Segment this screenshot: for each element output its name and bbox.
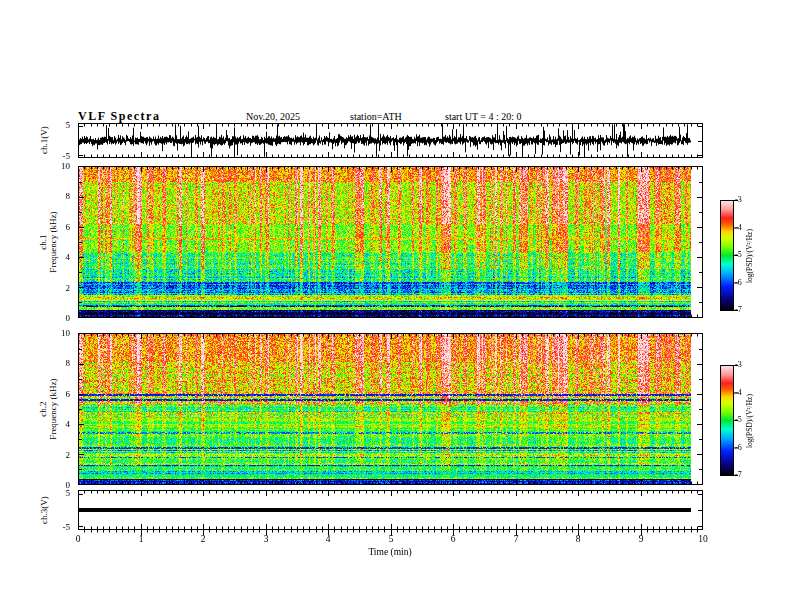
spec2-ytick: 4	[40, 419, 70, 429]
spec2-ytick: 6	[40, 389, 70, 399]
ch1-waveform-canvas	[78, 123, 703, 158]
vlf-spectra-page: { "title": { "main": "VLF Spectra", "dat…	[0, 0, 792, 612]
spec1-ytick: 8	[40, 191, 70, 201]
x-axis-title: Time (min)	[340, 547, 440, 557]
xtick-7: 7	[506, 534, 526, 545]
spec1-ytick: 6	[40, 222, 70, 232]
xtick-9: 9	[631, 534, 651, 545]
figure-date: Nov.20, 2025	[246, 111, 300, 122]
ch3-waveform-canvas	[78, 490, 703, 537]
spec1-ytick: 4	[40, 252, 70, 262]
spec1-ytick: 0	[40, 313, 70, 323]
figure-title: VLF Spectra	[78, 109, 160, 124]
ch1-spectrogram-canvas	[78, 166, 703, 318]
xtick-3: 3	[256, 534, 276, 545]
xtick-0: 0	[68, 534, 88, 545]
wave1-ytick: 5	[40, 120, 70, 130]
spec2-ytick: 8	[40, 358, 70, 368]
cb1-axis-label: log(PSD)/(V²/Hz)	[744, 198, 756, 314]
spec1-ytick: 2	[40, 283, 70, 293]
xtick-10: 10	[693, 534, 713, 545]
xtick-1: 1	[131, 534, 151, 545]
ch2-spectrogram-canvas	[78, 333, 703, 485]
xtick-8: 8	[568, 534, 588, 545]
xtick-2: 2	[193, 534, 213, 545]
ch3-ytick: -5	[40, 522, 70, 532]
xtick-5: 5	[381, 534, 401, 545]
spec2-ytick: 10	[40, 328, 70, 338]
start-ut-label: start UT = 4 : 20: 0	[445, 111, 522, 122]
station-label: station=ATH	[350, 111, 402, 122]
spec1-ytick: 10	[40, 161, 70, 171]
spec2-ytick: 0	[40, 480, 70, 490]
xtick-4: 4	[318, 534, 338, 545]
cb2-axis-label: log(PSD)/(V²/Hz)	[744, 363, 756, 479]
xtick-6: 6	[443, 534, 463, 545]
spec2-ytick: 2	[40, 450, 70, 460]
wave1-ytick: -5	[40, 151, 70, 161]
